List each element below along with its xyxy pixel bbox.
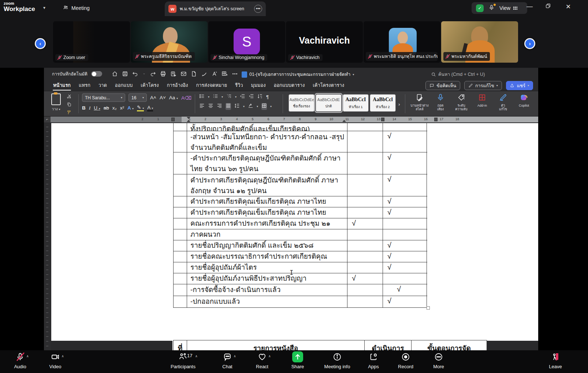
audio-button[interactable]: ∧Audio (0, 352, 40, 369)
bullet-list-icon[interactable] (199, 93, 205, 100)
strikethrough-button[interactable]: ab (104, 105, 109, 111)
video-button[interactable]: ∧Video (35, 352, 75, 369)
ribbon-tab-มุมมอง[interactable]: มุมมอง (247, 80, 270, 91)
tab-selector[interactable]: ⌐ (44, 117, 51, 122)
ribbon-tab-ออกแบบ[interactable]: ออกแบบ (111, 80, 137, 91)
save-icon[interactable] (122, 71, 128, 77)
carousel-previous-button[interactable]: ‹ (35, 38, 46, 49)
leave-button[interactable]: Leave (535, 352, 576, 369)
ribbon-tab-หน้าแรก[interactable]: หน้าแรก (49, 80, 75, 91)
chevron-up-icon[interactable]: ∧ (26, 354, 29, 358)
autosave-toggle[interactable] (91, 71, 102, 77)
part-button[interactable]: 17∧Participants (163, 352, 203, 369)
tab-options-icon[interactable]: ••• (254, 5, 262, 13)
printcfg-icon[interactable] (170, 71, 176, 77)
info-button[interactable]: Meeting info (317, 352, 357, 369)
increase-indent-icon[interactable] (249, 93, 254, 100)
ribbon-tab-วาด[interactable]: วาด (94, 80, 111, 91)
doc-icon[interactable] (191, 71, 197, 77)
participant-tile[interactable]: VachiravichVachiravich (286, 21, 363, 63)
style-หัวเรื่อง 1[interactable]: AaBbCcIหัวเรื่อง 1 (343, 94, 369, 112)
table-column-marker[interactable] (434, 118, 438, 121)
table-column-marker[interactable] (381, 118, 384, 121)
align-center-icon[interactable] (208, 103, 213, 110)
react-button[interactable]: ∧React (242, 352, 282, 369)
more-button[interactable]: More (418, 352, 459, 369)
ribbon-tab-เค้าโครง[interactable]: เค้าโครง (137, 80, 163, 91)
tab-meeting[interactable]: Meeting (63, 3, 90, 13)
superscript-button[interactable]: x² (120, 105, 124, 111)
numbered-list-icon[interactable] (213, 93, 218, 100)
mail-icon[interactable] (181, 71, 187, 77)
ribbon-tab-การส่งจดหมาย[interactable]: การส่งจดหมาย (192, 80, 231, 91)
chevron-up-icon[interactable]: ∧ (195, 354, 198, 358)
active-mic-indicator-icon[interactable] (488, 4, 495, 12)
micblue-button[interactable]: ถอด เสียง (430, 93, 451, 111)
tag-button[interactable]: ระดับ ความลับ (451, 93, 472, 111)
copilot-button[interactable]: Copilot (514, 93, 534, 107)
justify-icon[interactable] (226, 103, 231, 110)
align-right-icon[interactable] (217, 103, 222, 110)
participant-tile[interactable]: พระมหาธิติ อนุภทฺโท สนง.ประกันคุ... (364, 21, 440, 63)
ribbon-tab-รีวิว[interactable]: รีวิว (231, 80, 247, 91)
tab-shared-screen[interactable]: w พ.ม.ขวัญชัย ปุตฺตวิเสโส's screen ••• (165, 1, 266, 16)
style-ปกติ[interactable]: AaBbCcDdEปกติ (316, 94, 342, 112)
table-column-marker[interactable] (171, 118, 175, 121)
horizontal-ruler[interactable]: 21123456789101112131415161718 (51, 117, 538, 122)
font-name-select[interactable]: TH Sarabu...▾ (82, 93, 125, 102)
chevron-up-icon[interactable]: ∧ (268, 354, 271, 358)
pilcrow-icon[interactable]: ¶ (266, 94, 269, 100)
style-หัวเรื่อง 2[interactable]: AaBbCclหัวเรื่อง 2 (370, 94, 396, 112)
shrink-font-icon[interactable]: A˅ (160, 95, 166, 100)
share-document-button[interactable]: แชร์ ▾ (506, 81, 533, 90)
cut-icon[interactable] (67, 94, 72, 100)
clear-formatting-icon[interactable]: A⌫ (181, 95, 191, 101)
participant-tile[interactable]: พระมหากันต์พัฒน์ (441, 21, 518, 63)
dots-icon[interactable] (232, 71, 238, 77)
home-icon[interactable] (112, 71, 118, 77)
borders-icon[interactable] (261, 103, 267, 110)
table-resize-handle[interactable] (427, 306, 430, 310)
view-button[interactable]: View (499, 5, 518, 11)
search-box[interactable]: ค้นหา (Cmd + Ctrl + U) (431, 71, 485, 78)
security-shield-icon[interactable]: ✓ (476, 4, 484, 12)
window-minimize-button[interactable]: — (526, 3, 533, 10)
grow-font-icon[interactable]: A˄ (150, 95, 156, 100)
redo-icon[interactable] (150, 71, 156, 77)
bold-button[interactable]: B (82, 105, 86, 111)
underline-button[interactable]: U ▾ (94, 105, 100, 111)
shading-icon[interactable] (248, 103, 253, 110)
style-ชื่อเรื่องรอง[interactable]: AaBbCcDdEeชื่อเรื่องรอง (289, 94, 315, 112)
font-size-select[interactable]: 16▾ (129, 93, 147, 102)
copy-icon[interactable] (67, 102, 72, 108)
ribbon-tab-แทรก[interactable]: แทรก (75, 80, 94, 91)
ribbon-tab-การอ้างอิง[interactable]: การอ้างอิง (163, 80, 192, 91)
window-close-button[interactable]: ✕ (566, 3, 571, 11)
subscript-button[interactable]: x₂ (112, 105, 117, 111)
multilevel-list-icon[interactable] (226, 93, 232, 100)
workspace-chevron-down-icon[interactable]: ▾ (43, 5, 45, 10)
editor-button[interactable]: ตัว แก้ไข (493, 93, 513, 111)
ribbon-tab-เค้าโครงตาราง[interactable]: เค้าโครงตาราง (309, 80, 348, 91)
comments-button[interactable]: ข้อคิดเห็น (425, 81, 460, 90)
font-color-icon[interactable]: A ▾ (147, 105, 153, 111)
italic-button[interactable]: I (89, 105, 91, 111)
pagebrush-button[interactable]: บานหน้าต่าง สไตล์ (409, 93, 430, 111)
undo-icon[interactable] (132, 71, 138, 77)
share-button[interactable]: Share (278, 352, 318, 369)
vertical-ruler[interactable] (44, 122, 51, 352)
fontA-icon[interactable] (211, 71, 217, 77)
window-restore-button[interactable] (545, 3, 551, 11)
document-page[interactable]: ทั้งปริญญากิตติมศักดิ์และเข็มเกียรติคุณ)… (51, 123, 538, 352)
highlight-color-icon[interactable]: ✎ ▾ (137, 104, 144, 111)
editing-mode-button[interactable]: การแก้ไข ▾ (464, 81, 502, 90)
chevron-up-icon[interactable]: ∧ (234, 354, 236, 358)
format-painter-icon[interactable] (67, 110, 72, 117)
decrease-indent-icon[interactable] (240, 93, 245, 100)
line-spacing-icon[interactable] (234, 103, 240, 110)
carousel-next-button[interactable]: › (524, 38, 535, 49)
document-title[interactable]: 01-(จริง)เอกสารการประชุมคณะกรรมการฝ่ายจั… (242, 71, 354, 78)
pen-icon[interactable] (201, 71, 207, 77)
participant-tile[interactable]: SSinchai Wongjamnong (208, 21, 285, 63)
align-left-icon[interactable] (199, 103, 205, 110)
